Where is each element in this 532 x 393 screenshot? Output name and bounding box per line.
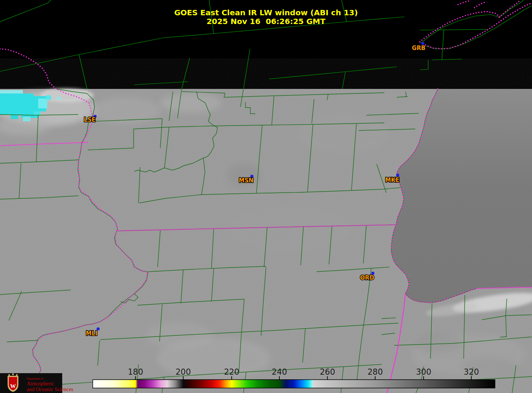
colorbar-tick-label: 280 bbox=[368, 367, 383, 377]
colorbar-gradient bbox=[93, 380, 495, 388]
city-label: MKE bbox=[385, 177, 400, 184]
city-label: MLI bbox=[86, 330, 97, 337]
colorbar-tick-label: 300 bbox=[416, 367, 431, 377]
city-label: ORD bbox=[360, 274, 374, 281]
goes-ir-satellite-image: GRB LSE MSN MKE ORD MLI GOES East Clean … bbox=[0, 0, 532, 393]
city-label: LSE bbox=[84, 116, 96, 123]
title-line-1: GOES East Clean IR LW window (ABI ch 13) bbox=[174, 8, 358, 17]
colorbar-tick-label: 320 bbox=[464, 367, 479, 377]
colorbar-tick-label: 260 bbox=[320, 367, 335, 377]
city-label: MSN bbox=[239, 177, 253, 184]
crest-letter: W bbox=[10, 383, 16, 389]
uw-crest-icon: W bbox=[8, 374, 18, 392]
city-marker-icon bbox=[396, 174, 399, 177]
colorbar-tick-label: 240 bbox=[272, 367, 287, 377]
city-lse: LSE bbox=[84, 115, 97, 123]
colorbar-tick-label: 220 bbox=[224, 367, 239, 377]
logo-dept-prefix: Department of bbox=[27, 377, 44, 380]
logo-dept-line1: Atmospheric bbox=[27, 381, 54, 387]
city-label: GRB bbox=[412, 45, 425, 52]
satellite-map-canvas: GRB LSE MSN MKE ORD MLI GOES East Clean … bbox=[0, 0, 532, 393]
logo-dept-line2: and Oceanic Sciences bbox=[27, 387, 73, 392]
colorbar-tick-label: 200 bbox=[176, 367, 191, 377]
title-line-2: 2025 Nov 16 06:26:25 GMT bbox=[206, 17, 326, 26]
colorbar-tick-label: 180 bbox=[128, 367, 143, 377]
